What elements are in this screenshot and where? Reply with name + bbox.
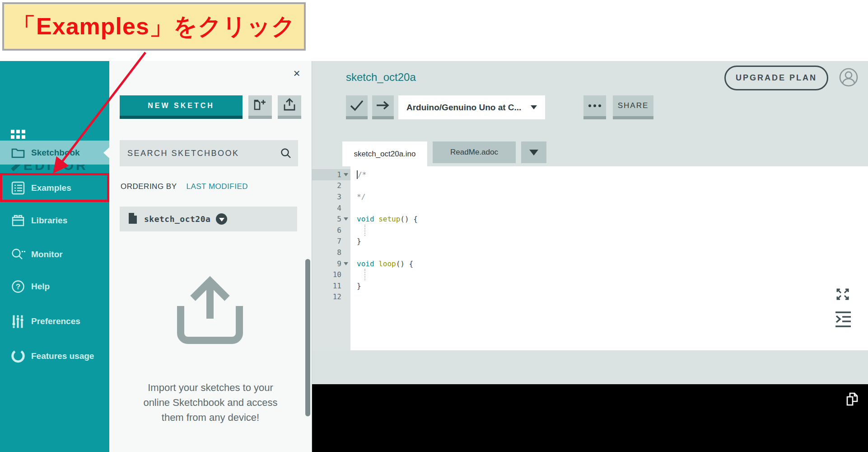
upgrade-plan-button[interactable]: UPGRADE PLAN	[724, 66, 828, 90]
sidebar-item-label: Monitor	[31, 250, 63, 259]
ordering-label: ORDERING BY	[121, 182, 177, 191]
monitor-icon	[11, 247, 25, 262]
line-number: 7	[312, 236, 350, 247]
code-text	[350, 269, 868, 280]
code-line-1[interactable]: 1/*	[312, 169, 868, 180]
code-text	[350, 247, 868, 258]
line-number: 10	[312, 269, 350, 280]
indent-guide	[364, 269, 365, 280]
code-line-11[interactable]: 11}	[312, 280, 868, 292]
indent-guide	[364, 225, 365, 236]
code-lines: 1/*23*/45void setup() {67}89void loop() …	[312, 169, 868, 302]
sidebar-item-monitor[interactable]: Monitor	[0, 242, 109, 266]
code-line-7[interactable]: 7}	[312, 236, 868, 247]
search-sketchbook-input[interactable]	[120, 140, 298, 166]
new-folder-icon	[253, 99, 267, 113]
code-editor[interactable]: 1/*23*/45void setup() {67}89void loop() …	[312, 166, 868, 350]
verify-button[interactable]	[346, 95, 368, 119]
auto-format-icon[interactable]	[835, 311, 851, 330]
line-number: 8	[312, 247, 350, 258]
code-line-3[interactable]: 3*/	[312, 191, 868, 202]
fold-caret-icon[interactable]	[341, 262, 350, 265]
ordering-row: ORDERING BY LAST MODIFIED	[121, 182, 248, 191]
preferences-icon	[11, 314, 25, 329]
line-number: 1	[312, 169, 350, 180]
code-line-8[interactable]: 8	[312, 247, 868, 258]
line-number: 4	[312, 202, 350, 214]
code-text: }	[350, 236, 868, 247]
import-sketches-icon	[174, 273, 246, 350]
upload-sketch-button[interactable]	[372, 95, 394, 119]
features-usage-icon	[11, 349, 25, 363]
close-panel-button[interactable]: ×	[290, 66, 303, 80]
code-text: */	[350, 191, 868, 202]
list-icon	[11, 181, 25, 195]
sidebar-item-label: Sketchbook	[31, 148, 80, 158]
copy-icon[interactable]	[846, 392, 859, 409]
search-icon	[280, 147, 292, 161]
code-text: }	[350, 280, 868, 292]
console-output	[312, 384, 868, 452]
caret-down-icon	[529, 150, 538, 155]
code-text: /*	[350, 169, 868, 180]
sketch-options-caret-icon[interactable]	[216, 213, 227, 225]
sidebar-item-features-usage[interactable]: Features usage	[0, 344, 109, 368]
board-selector-value: Arduino/Genuino Uno at C...	[406, 103, 531, 113]
sidebar-item-label: Preferences	[31, 316, 80, 326]
tab-readme-adoc[interactable]: ReadMe.adoc	[433, 141, 516, 163]
code-line-2[interactable]: 2	[312, 180, 868, 192]
code-line-10[interactable]: 10	[312, 269, 868, 280]
chevron-down-icon	[531, 105, 537, 109]
sidebar-item-libraries[interactable]: Libraries	[0, 208, 109, 232]
sidebar-item-sketchbook[interactable]: Sketchbook	[0, 141, 109, 165]
tabs-dropdown-button[interactable]	[521, 141, 546, 163]
new-sketch-button[interactable]: NEW SKETCH	[120, 95, 243, 119]
import-sketch-button[interactable]	[278, 95, 301, 119]
sketch-title: sketch_oct20a	[346, 71, 416, 84]
line-number: 3	[312, 191, 350, 202]
sidebar-item-label: Libraries	[31, 216, 67, 226]
tab-sketch-oct20a-ino[interactable]: sketch_oct20a.ino	[342, 141, 427, 166]
code-line-6[interactable]: 6	[312, 225, 868, 236]
annotation-callout: 「Examples」をクリック	[2, 2, 306, 51]
code-line-12[interactable]: 12	[312, 292, 868, 303]
line-number: 6	[312, 225, 350, 236]
board-selector-dropdown[interactable]: Arduino/Genuino Uno at C...	[398, 95, 545, 119]
tab-label: ReadMe.adoc	[450, 148, 498, 157]
more-options-button[interactable]	[583, 95, 606, 119]
help-icon: ?	[11, 279, 25, 294]
import-hint-text: Import your sketches to youronline Sketc…	[109, 380, 312, 425]
editor-area: sketch_oct20a UPGRADE PLAN Arduino/Genui…	[312, 61, 868, 452]
line-number: 12	[312, 292, 350, 303]
ordering-value-link[interactable]: LAST MODIFIED	[186, 182, 248, 191]
sidebar-item-label: Features usage	[31, 351, 94, 361]
new-folder-button[interactable]	[248, 95, 272, 119]
user-avatar-icon[interactable]	[839, 68, 858, 87]
sketch-list-item[interactable]: sketch_oct20a	[120, 207, 297, 231]
fold-caret-icon[interactable]	[341, 217, 350, 221]
code-text: void setup() {	[350, 213, 868, 225]
fold-caret-icon[interactable]	[341, 173, 350, 176]
sidebar-item-label: Examples	[31, 183, 71, 193]
code-text	[350, 225, 868, 236]
search-box	[120, 140, 298, 166]
sidebar-item-help[interactable]: ?Help	[0, 274, 109, 298]
line-number: 2	[312, 180, 350, 192]
sidebar: EDITOR SketchbookExamplesLibrariesMonito…	[0, 61, 109, 452]
code-line-5[interactable]: 5void setup() {	[312, 213, 868, 225]
fullscreen-expand-icon[interactable]	[835, 287, 850, 303]
share-button[interactable]: SHARE	[613, 95, 653, 119]
code-text	[350, 292, 868, 303]
file-icon	[128, 212, 138, 226]
sidebar-item-preferences[interactable]: Preferences	[0, 309, 109, 333]
code-text	[350, 180, 868, 192]
sidebar-item-examples[interactable]: Examples	[0, 176, 109, 200]
code-line-4[interactable]: 4	[312, 202, 868, 214]
svg-text:?: ?	[16, 282, 20, 291]
ellipsis-icon	[588, 104, 601, 107]
line-number: 5	[312, 213, 350, 225]
checkmark-icon	[349, 99, 364, 113]
annotation-text: 「Examples」をクリック	[12, 11, 296, 42]
code-line-9[interactable]: 9void loop() {	[312, 258, 868, 269]
line-number: 9	[312, 258, 350, 269]
